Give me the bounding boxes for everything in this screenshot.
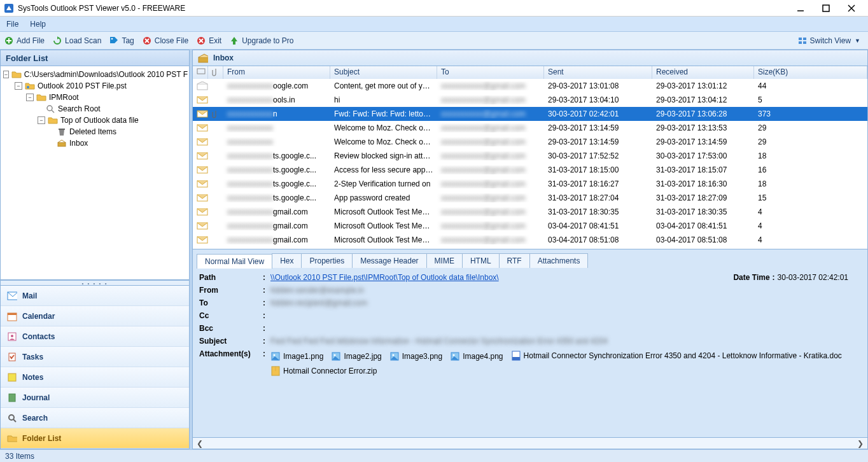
- nav-notes[interactable]: Notes: [1, 367, 189, 388]
- tab-hex[interactable]: Hex: [272, 253, 302, 268]
- col-to[interactable]: To: [437, 66, 544, 79]
- menu-file[interactable]: File: [6, 20, 18, 29]
- tree-node-inbox[interactable]: Inbox: [2, 137, 188, 149]
- table-row[interactable]: xxxxxxxxxxxxts.google.c...2-Step Verific…: [193, 177, 867, 191]
- tab-message-header[interactable]: Message Header: [352, 253, 426, 268]
- attachment-item[interactable]: Image3.png: [389, 350, 442, 363]
- nav-label: Notes: [22, 373, 43, 382]
- tree-label: Outlook 2010 PST File.pst: [38, 81, 127, 90]
- attachment-item[interactable]: Image1.png: [270, 350, 323, 363]
- collapse-icon[interactable]: −: [3, 71, 9, 78]
- svg-rect-18: [803, 41, 806, 44]
- gripper[interactable]: • • • • •: [0, 280, 190, 285]
- tab-properties[interactable]: Properties: [301, 253, 353, 268]
- close-file-button[interactable]: Close File: [142, 36, 188, 46]
- tree-node-root[interactable]: − C:\Users\admin\Downloads\Outlook 2010 …: [2, 69, 188, 80]
- scroll-right-icon[interactable]: ❯: [857, 439, 864, 448]
- table-row[interactable]: xxxxxxxxxxxxgmail.comMicrosoft Outlook T…: [193, 219, 867, 233]
- app-icon: [4, 3, 14, 13]
- table-row[interactable]: xxxxxxxxxxxxts.google.c...App password c…: [193, 191, 867, 205]
- nav-calendar[interactable]: Calendar: [1, 306, 189, 326]
- load-scan-button[interactable]: Load Scan: [52, 36, 101, 46]
- table-row[interactable]: xxxxxxxxxxxxgmail.comMicrosoft Outlook T…: [193, 233, 867, 247]
- tab-rtf[interactable]: RTF: [499, 253, 530, 268]
- tree-label: Inbox: [69, 139, 88, 148]
- inbox-title: Inbox: [213, 53, 234, 62]
- close-button[interactable]: [839, 0, 864, 17]
- cell-from: xxxxxxxxxxxxoogle.com: [223, 81, 330, 90]
- tree-node-pst[interactable]: − Outlook 2010 PST File.pst: [2, 80, 188, 92]
- svg-point-55: [453, 354, 455, 356]
- col-sent[interactable]: Sent: [544, 66, 652, 79]
- table-row[interactable]: xxxxxxxxxxxxts.google.c...Review blocked…: [193, 149, 867, 163]
- attachment-item[interactable]: Hotmail Connector Error.zip: [270, 365, 377, 377]
- tab-normal-mail-view[interactable]: Normal Mail View: [197, 254, 272, 269]
- folder-tree[interactable]: − C:\Users\admin\Downloads\Outlook 2010 …: [0, 66, 190, 280]
- maximize-button[interactable]: [813, 0, 839, 17]
- tab-html[interactable]: HTML: [462, 253, 500, 268]
- cell-from: xxxxxxxxxxxxts.google.c...: [223, 193, 330, 202]
- tag-button[interactable]: Tag: [109, 36, 134, 46]
- col-icon[interactable]: [193, 66, 208, 79]
- menu-help[interactable]: Help: [30, 20, 46, 29]
- nav-journal[interactable]: Journal: [1, 388, 189, 408]
- cell-sent: 29-03-2017 13:04:10: [544, 95, 652, 104]
- table-row[interactable]: xxxxxxxxxxxxoogle.comContent, get more o…: [193, 79, 867, 93]
- cell-sent: 29-03-2017 13:14:59: [544, 123, 652, 132]
- table-row[interactable]: xxxxxxxxxxxxWelcome to Moz. Check out ..…: [193, 121, 867, 135]
- nav-folder-list[interactable]: Folder List: [1, 428, 189, 449]
- cell-received: 31-03-2017 18:16:30: [652, 179, 754, 188]
- calendar-icon: [7, 311, 17, 321]
- collapse-icon[interactable]: −: [26, 94, 34, 101]
- upgrade-icon: [229, 36, 239, 46]
- table-row[interactable]: xxxxxxxxxxxxools.inhixxxxxxxxxxx@gmail.c…: [193, 93, 867, 107]
- switch-view-button[interactable]: Switch View ▼: [797, 36, 864, 46]
- nav-tasks[interactable]: Tasks: [1, 347, 189, 367]
- minimize-button[interactable]: [788, 0, 813, 17]
- scroll-left-icon[interactable]: ❮: [197, 439, 203, 448]
- tab-attachments[interactable]: Attachments: [529, 253, 589, 268]
- cell-size: 29: [754, 137, 867, 146]
- message-grid[interactable]: xxxxxxxxxxxxoogle.comContent, get more o…: [192, 79, 868, 249]
- envelope-icon: [193, 123, 208, 132]
- attachment-item[interactable]: Hotmail Connector Synchronization Error …: [511, 349, 842, 362]
- table-row[interactable]: xxxxxxxxxxxxts.google.c...Access for les…: [193, 163, 867, 177]
- bcc-label: Bcc: [199, 324, 263, 333]
- svg-point-19: [27, 86, 29, 88]
- tree-node-deleted[interactable]: Deleted Items: [2, 126, 188, 137]
- cell-to: xxxxxxxxxxx@gmail.com: [437, 207, 544, 216]
- table-row[interactable]: xxxxxxxxxxxxnFwd: Fwd: Fwd: Fwd: lettokn…: [193, 107, 867, 121]
- collapse-icon[interactable]: −: [15, 82, 22, 90]
- attachment-item[interactable]: Image4.png: [450, 350, 503, 363]
- col-attach[interactable]: [208, 66, 223, 79]
- tab-mime[interactable]: MIME: [426, 253, 463, 268]
- tree-node-ipmroot[interactable]: − IPMRoot: [2, 92, 188, 103]
- cell-received: 30-03-2017 17:53:00: [652, 151, 754, 160]
- exit-button[interactable]: Exit: [196, 36, 221, 46]
- col-size[interactable]: Size(KB): [754, 66, 867, 79]
- journal-icon: [7, 393, 17, 403]
- upgrade-button[interactable]: Upgrade to Pro: [229, 36, 293, 46]
- plus-icon: [4, 36, 14, 46]
- nav-contacts[interactable]: Contacts: [1, 326, 189, 347]
- datetime-value: 30-03-2017 02:42:01: [778, 273, 848, 282]
- nav-search[interactable]: Search: [1, 408, 189, 428]
- envelope-icon: [193, 221, 208, 230]
- path-link[interactable]: \\Outlook: [270, 273, 301, 282]
- path-value: \\Outlook 2010 PST File.pst\IPMRoot\Top …: [270, 273, 733, 282]
- nav-label: Tasks: [22, 353, 43, 361]
- tree-node-top[interactable]: − Top of Outlook data file: [2, 115, 188, 126]
- collapse-icon[interactable]: −: [38, 116, 45, 124]
- col-received[interactable]: Received: [652, 66, 754, 79]
- col-subject[interactable]: Subject: [330, 66, 437, 79]
- table-row[interactable]: xxxxxxxxxxxxgmail.comMicrosoft Outlook T…: [193, 205, 867, 219]
- tree-label: Deleted Items: [69, 127, 116, 136]
- attachment-item[interactable]: Image2.jpg: [331, 350, 381, 363]
- horizontal-scrollbar[interactable]: ❮ ❯: [192, 438, 868, 449]
- nav-mail[interactable]: Mail: [1, 286, 189, 306]
- cell-size: 4: [754, 221, 867, 230]
- col-from[interactable]: From: [223, 66, 330, 79]
- table-row[interactable]: xxxxxxxxxxxxWelcome to Moz. Check out ..…: [193, 135, 867, 149]
- add-file-button[interactable]: Add File: [4, 36, 45, 46]
- tree-node-search-root[interactable]: Search Root: [2, 103, 188, 115]
